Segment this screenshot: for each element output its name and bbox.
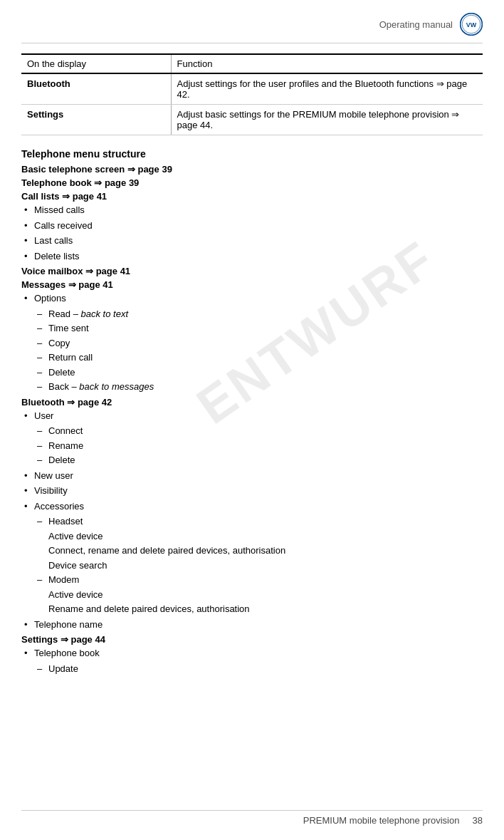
sub-item: –Copy <box>21 336 483 351</box>
sub-text: Rename <box>48 439 83 453</box>
sub-text: Modem <box>48 573 79 587</box>
indent-text: Rename and delete paired devices, author… <box>21 602 483 616</box>
content-wrapper: ENTWURF On the display Function Bluetoot… <box>21 53 483 675</box>
bullet-item: •Options <box>21 291 483 306</box>
bullet-dot: • <box>24 484 34 498</box>
footer-text: PREMIUM mobile telephone provision <box>303 815 460 826</box>
indent-text: Connect, rename and delete paired device… <box>21 544 483 558</box>
bullet-text: Options <box>34 291 66 306</box>
bullet-text: Calls received <box>34 219 93 233</box>
bullet-dot: • <box>24 203 34 217</box>
menu-item-label: Voice mailbox ⇒ page 41 <box>21 266 483 276</box>
footer-page-number: 38 <box>473 815 483 826</box>
sub-item: –Return call <box>21 351 483 365</box>
sub-text: Connect <box>48 424 83 438</box>
bullet-item: •Last calls <box>21 234 483 248</box>
menu-item-label: Settings ⇒ page 44 <box>21 634 483 645</box>
bullet-dot: • <box>24 469 34 483</box>
table-cell-col2: Adjust basic settings for the PREMIUM mo… <box>171 105 483 135</box>
col1-header: On the display <box>21 54 171 73</box>
sub-item: –Rename <box>21 439 483 453</box>
footer-right: PREMIUM mobile telephone provision 38 <box>303 815 483 826</box>
bullet-item: •New user <box>21 469 483 483</box>
sub-text: Copy <box>48 336 70 351</box>
bullet-text: Telephone name <box>34 618 103 632</box>
bullet-text: Telephone book <box>34 646 100 660</box>
table-row: SettingsAdjust basic settings for the PR… <box>21 105 483 135</box>
bullet-item: •Calls received <box>21 219 483 233</box>
bullet-text: Last calls <box>34 234 73 248</box>
page-header: Operating manual VW <box>21 7 483 43</box>
page-footer: PREMIUM mobile telephone provision 38 <box>21 810 483 826</box>
sub-dash: – <box>37 424 48 438</box>
sub-item: –Delete <box>21 365 483 380</box>
indent-text: Device search <box>21 559 483 573</box>
bullet-dot: • <box>24 249 34 264</box>
sub-dash: – <box>37 573 48 587</box>
bullet-item: •User <box>21 409 483 423</box>
sub-item: –Connect <box>21 424 483 438</box>
main-table: On the display Function BluetoothAdjust … <box>21 53 483 135</box>
sub-text: Delete <box>48 365 75 380</box>
header-title: Operating manual <box>379 19 453 30</box>
menu-item-label: Basic telephone screen ⇒ page 39 <box>21 164 483 175</box>
bullet-dot: • <box>24 409 34 423</box>
sub-item: –Delete <box>21 453 483 467</box>
bullet-item: •Missed calls <box>21 203 483 217</box>
sub-item: –Read – back to text <box>21 307 483 321</box>
menu-item-label: Messages ⇒ page 41 <box>21 279 483 290</box>
bullet-text: User <box>34 409 53 423</box>
sub-text: Delete <box>48 453 75 467</box>
sub-dash: – <box>37 336 48 351</box>
sub-item: –Modem <box>21 573 483 587</box>
sub-text: Headset <box>48 514 83 529</box>
bullet-dot: • <box>24 291 34 306</box>
menu-item-label: Telephone book ⇒ page 39 <box>21 177 483 188</box>
table-row: BluetoothAdjust settings for the user pr… <box>21 73 483 105</box>
menu-structure: Basic telephone screen ⇒ page 39Telephon… <box>21 164 483 675</box>
svg-text:VW: VW <box>466 21 477 28</box>
indent-text: Active device <box>21 529 483 544</box>
table-cell-col1: Bluetooth <box>21 73 171 105</box>
sub-dash: – <box>37 365 48 380</box>
sub-item: –Back – back to messages <box>21 380 483 394</box>
bullet-text: Visibility <box>34 484 68 498</box>
page-container: Operating manual VW ENTWURF On the displ… <box>0 0 504 840</box>
menu-item-label: Call lists ⇒ page 41 <box>21 191 483 202</box>
table-cell-col2: Adjust settings for the user profiles an… <box>171 73 483 105</box>
sub-item: –Headset <box>21 514 483 529</box>
bullet-text: Delete lists <box>34 249 80 264</box>
sub-item: –Update <box>21 662 483 676</box>
sub-dash: – <box>37 453 48 467</box>
bullet-dot: • <box>24 219 34 233</box>
sub-dash: – <box>37 514 48 529</box>
sub-dash: – <box>37 351 48 365</box>
sub-dash: – <box>37 321 48 336</box>
sub-dash: – <box>37 380 48 394</box>
bullet-dot: • <box>24 499 34 514</box>
bullet-dot: • <box>24 646 34 660</box>
bullet-item: •Delete lists <box>21 249 483 264</box>
menu-item-label: Bluetooth ⇒ page 42 <box>21 397 483 408</box>
sub-dash: – <box>37 662 48 676</box>
sub-dash: – <box>37 307 48 321</box>
sub-text: Return call <box>48 351 93 365</box>
sub-dash: – <box>37 439 48 453</box>
sub-text: Time sent <box>48 321 89 336</box>
sub-text: Back – back to messages <box>48 380 154 394</box>
indent-text: Active device <box>21 588 483 602</box>
table-cell-col1: Settings <box>21 105 171 135</box>
bullet-item: •Telephone name <box>21 618 483 632</box>
vw-logo-icon: VW <box>460 13 483 36</box>
sub-item: –Time sent <box>21 321 483 336</box>
bullet-text: New user <box>34 469 73 483</box>
bullet-dot: • <box>24 618 34 632</box>
sub-text: Update <box>48 662 78 676</box>
bullet-item: •Accessories <box>21 499 483 514</box>
bullet-item: •Visibility <box>21 484 483 498</box>
bullet-item: •Telephone book <box>21 646 483 660</box>
sub-text: Read – back to text <box>48 307 128 321</box>
bullet-text: Missed calls <box>34 203 85 217</box>
bullet-text: Accessories <box>34 499 84 514</box>
bullet-dot: • <box>24 234 34 248</box>
